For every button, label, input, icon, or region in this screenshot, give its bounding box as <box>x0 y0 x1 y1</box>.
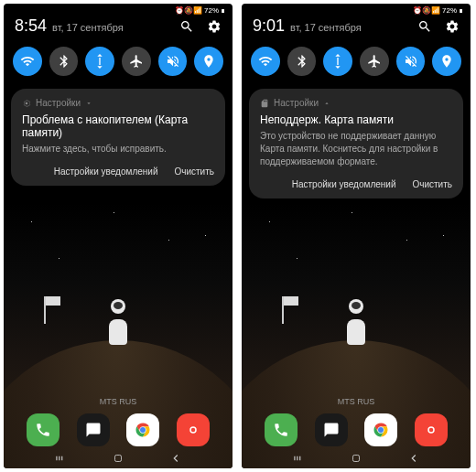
svg-point-0 <box>26 102 28 104</box>
clock-date: вт, 17 сентября <box>52 22 124 33</box>
home-button[interactable] <box>350 452 362 465</box>
dock <box>4 413 233 446</box>
svg-point-1 <box>140 427 146 433</box>
camera-app[interactable] <box>415 413 448 446</box>
chrome-app[interactable] <box>364 413 397 446</box>
bluetooth-toggle[interactable] <box>49 47 79 76</box>
recents-button[interactable] <box>292 452 305 465</box>
flag <box>282 296 284 324</box>
notification-body: Это устройство не поддерживает данную Ка… <box>260 130 452 168</box>
notification-card[interactable]: Настройки Неподдерж. Карта памяти Это ус… <box>249 89 463 198</box>
astronaut <box>102 299 135 345</box>
sd-card-icon <box>260 99 269 108</box>
gear-icon <box>22 99 31 108</box>
notification-header: Настройки <box>260 98 452 108</box>
tiny-status-icons: ⏰🔕📶72%∎ <box>413 6 463 15</box>
mute-toggle[interactable] <box>396 47 426 76</box>
notification-settings-action[interactable]: Настройки уведомлений <box>292 179 396 189</box>
svg-point-3 <box>191 428 196 433</box>
svg-point-7 <box>429 428 434 433</box>
clock-time: 9:01 <box>253 16 285 35</box>
phone-left: ⏰🔕📶72%∎ 8:54вт, 17 сентября Настройки Пр… <box>4 4 233 468</box>
nav-bar <box>4 448 233 468</box>
chrome-app[interactable] <box>126 413 159 446</box>
notification-body: Нажмите здесь, чтобы исправить. <box>22 143 214 156</box>
back-button[interactable] <box>169 452 182 465</box>
location-toggle[interactable] <box>194 47 223 76</box>
phone-right: ⏰🔕📶72%∎ 9:01вт, 17 сентября Настройки Не… <box>242 4 471 468</box>
location-toggle[interactable] <box>432 47 461 76</box>
nav-bar <box>242 448 471 468</box>
carrier-label: MTS RUS <box>4 397 233 406</box>
wifi-toggle[interactable] <box>251 47 280 76</box>
data-toggle[interactable] <box>85 47 114 76</box>
notification-header: Настройки <box>22 98 214 108</box>
clock-time: 8:54 <box>15 16 47 35</box>
svg-point-5 <box>378 427 384 433</box>
carrier-label: MTS RUS <box>242 397 471 406</box>
search-icon[interactable] <box>179 19 194 34</box>
notification-app-name: Настройки <box>274 98 319 108</box>
svg-rect-8 <box>352 456 359 462</box>
back-button[interactable] <box>407 452 420 465</box>
notification-app-name: Настройки <box>36 98 81 108</box>
phone-app[interactable] <box>27 413 60 446</box>
phone-app[interactable] <box>265 413 298 446</box>
messages-app[interactable] <box>315 413 348 446</box>
chevron-down-icon <box>85 100 92 107</box>
search-icon[interactable] <box>417 19 432 34</box>
notification-actions: Настройки уведомлений Очистить <box>260 179 452 189</box>
notification-card[interactable]: Настройки Проблема с накопителем (Карта … <box>11 89 225 186</box>
messages-app[interactable] <box>77 413 110 446</box>
tiny-status-icons: ⏰🔕📶72%∎ <box>175 6 225 15</box>
dock <box>242 413 471 446</box>
settings-icon[interactable] <box>445 19 460 34</box>
camera-app[interactable] <box>177 413 210 446</box>
notification-actions: Настройки уведомлений Очистить <box>22 166 214 177</box>
bluetooth-toggle[interactable] <box>287 47 317 76</box>
settings-icon[interactable] <box>207 19 222 34</box>
notification-clear-action[interactable]: Очистить <box>412 179 452 189</box>
wifi-toggle[interactable] <box>13 47 42 76</box>
airplane-toggle[interactable] <box>122 47 151 76</box>
quick-settings <box>4 43 233 80</box>
notification-settings-action[interactable]: Настройки уведомлений <box>54 166 158 177</box>
notification-clear-action[interactable]: Очистить <box>174 166 214 177</box>
time-date: 8:54вт, 17 сентября <box>15 16 124 36</box>
data-toggle[interactable] <box>323 47 352 76</box>
status-actions <box>417 19 460 34</box>
recents-button[interactable] <box>54 452 67 465</box>
flag <box>44 296 46 324</box>
chevron-up-icon <box>323 100 330 107</box>
svg-rect-4 <box>114 456 121 462</box>
time-date: 9:01вт, 17 сентября <box>253 16 362 36</box>
airplane-toggle[interactable] <box>360 47 389 76</box>
clock-date: вт, 17 сентября <box>290 22 362 33</box>
notification-title: Проблема с накопителем (Карта памяти) <box>22 113 214 139</box>
notification-title: Неподдерж. Карта памяти <box>260 113 452 126</box>
status-actions <box>179 19 222 34</box>
quick-settings <box>242 43 471 80</box>
home-button[interactable] <box>112 452 124 465</box>
astronaut <box>340 299 373 345</box>
mute-toggle[interactable] <box>158 47 188 76</box>
